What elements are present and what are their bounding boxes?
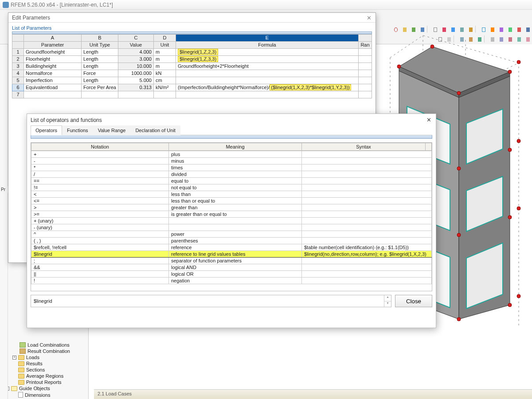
tab-operators[interactable]: Operators xyxy=(31,125,62,135)
table-row[interactable]: !=not equal to xyxy=(31,184,432,191)
table-row[interactable]: /divided xyxy=(31,171,432,178)
operators-dialog: List of operators and functions ✕ Operat… xyxy=(27,113,436,328)
app-icon xyxy=(3,2,9,8)
tree-item[interactable]: Printout Reports xyxy=(1,379,87,385)
tool-icon[interactable] xyxy=(522,35,530,43)
table-row[interactable]: +plus xyxy=(31,151,432,158)
section-title: List of Parameters xyxy=(12,25,372,31)
tool-icon[interactable] xyxy=(505,26,512,34)
tab-value-range[interactable]: Value Range xyxy=(93,125,131,135)
selected-function-text: $linegrid xyxy=(34,298,52,304)
folder-icon xyxy=(18,361,24,366)
ops-tabs: Operators Functions Value Range Declarat… xyxy=(31,125,432,135)
tool-icon[interactable] xyxy=(522,26,530,34)
table-row[interactable]: *times xyxy=(31,164,432,171)
table-row[interactable]: 4 Normalforce Force 1000.000 kN xyxy=(12,70,372,77)
tool-icon[interactable] xyxy=(487,35,495,43)
tree-item[interactable]: Average Regions xyxy=(1,373,87,379)
dialog-title: Edit Parameters xyxy=(12,15,50,21)
page-icon xyxy=(18,392,23,398)
tool-icon[interactable] xyxy=(478,26,486,34)
tab-decl-unit[interactable]: Declaration of Unit xyxy=(130,125,180,135)
table-row[interactable]: !negation xyxy=(31,278,432,284)
table-row[interactable]: ( , )parentheses xyxy=(31,238,432,244)
table-row[interactable]: ==equal to xyxy=(31,178,432,184)
tree-item[interactable]: +Loads xyxy=(1,354,87,360)
folder-icon xyxy=(11,386,17,391)
tool-icon[interactable] xyxy=(465,35,473,43)
tree-item[interactable]: −Guide Objects xyxy=(1,385,87,391)
table-row[interactable]: $linegridreference to line grid values t… xyxy=(31,251,432,258)
tree-item[interactable]: Dimensions xyxy=(1,391,87,398)
table-row[interactable]: 2 Floorheight Length 3.000 m $linegrid(1… xyxy=(12,56,372,63)
toolbar-row-1 xyxy=(388,25,532,35)
table-row[interactable]: -minus xyxy=(31,158,432,164)
tool-icon[interactable] xyxy=(456,26,464,34)
tool-icon[interactable] xyxy=(496,35,504,43)
folder-icon xyxy=(18,368,24,372)
main-titlebar: RFEM 5.26.00 x64 - [Linienraster-en, LC1… xyxy=(0,0,532,10)
table-row[interactable]: >greater than xyxy=(31,204,432,211)
close-icon[interactable]: ✕ xyxy=(365,14,373,22)
spin-down-icon[interactable]: ▼ xyxy=(384,301,391,307)
close-icon[interactable]: ✕ xyxy=(426,117,432,123)
expand-icon[interactable]: + xyxy=(12,356,16,360)
left-label: Pr xyxy=(1,187,5,192)
tree-item[interactable]: Result Combination xyxy=(1,348,87,354)
tree-item[interactable]: Results xyxy=(1,360,87,367)
table-row[interactable]: ^power xyxy=(31,231,432,238)
app-title: RFEM 5.26.00 x64 - [Linienraster-en, LC1… xyxy=(11,2,113,8)
table-row[interactable]: + (unary) xyxy=(31,218,432,224)
tree-item[interactable]: Sections xyxy=(1,367,87,373)
tool-icon[interactable] xyxy=(430,26,438,34)
table-row[interactable]: 5 Imperfection Length 5.000 cm xyxy=(12,77,372,84)
tool-icon[interactable] xyxy=(513,26,521,34)
toolbar-row-2 xyxy=(433,35,532,44)
table-row[interactable]: ;separator of function parameters xyxy=(31,258,432,264)
tool-icon[interactable] xyxy=(496,26,504,34)
tool-icon[interactable] xyxy=(390,26,398,34)
tool-icon[interactable] xyxy=(438,26,446,34)
tool-icon[interactable] xyxy=(434,35,442,43)
tool-icon[interactable] xyxy=(465,26,473,34)
dialog-titlebar[interactable]: Edit Parameters ✕ xyxy=(8,13,376,23)
table-row[interactable]: - (unary) xyxy=(31,224,432,231)
viewport-caption: 2.1 Load Cases xyxy=(94,389,532,399)
tree-item[interactable]: Load Combinations xyxy=(1,342,87,348)
table-row[interactable]: <=less than or equal to xyxy=(31,198,432,204)
table-row[interactable]: <less than xyxy=(31,191,432,198)
tool-icon[interactable] xyxy=(513,35,521,43)
tool-icon[interactable] xyxy=(447,26,455,34)
tool-icon[interactable] xyxy=(456,35,464,43)
table-row[interactable]: ||logical OR xyxy=(31,271,432,278)
operators-table[interactable]: Notation Meaning Syntax +plus-minus*time… xyxy=(31,142,432,291)
table-row[interactable]: $refcell, !refcellreference$table number… xyxy=(31,244,432,251)
ops-dialog-title: List of operators and functions xyxy=(31,117,102,123)
tool-icon[interactable] xyxy=(505,35,512,43)
selected-function-display[interactable]: $linegrid ▲ ▼ xyxy=(31,295,391,307)
table-row[interactable]: 3 Buildingheight Length 10.000 m Groundf… xyxy=(12,63,372,70)
tool-icon[interactable] xyxy=(474,35,482,43)
folder-icon xyxy=(18,380,24,385)
tool-icon[interactable] xyxy=(399,26,407,34)
tool-icon[interactable] xyxy=(417,26,425,34)
tool-icon[interactable] xyxy=(487,26,495,34)
table-row[interactable]: 6 Equivalentload Force Per Area 0.313 kN… xyxy=(12,84,372,91)
tab-functions[interactable]: Functions xyxy=(62,125,93,135)
parameters-table[interactable]: A B C D E Parameter Unit Type Value Unit… xyxy=(12,34,372,98)
close-button[interactable]: Close xyxy=(395,295,432,307)
folder-icon xyxy=(18,374,24,379)
loadcomb-icon xyxy=(20,342,26,348)
tool-icon[interactable] xyxy=(408,26,416,34)
tool-icon[interactable] xyxy=(443,35,451,43)
folder-icon xyxy=(18,355,24,360)
table-row[interactable]: >=is greater than or equal to xyxy=(31,211,432,218)
table-row[interactable]: 7 xyxy=(12,91,372,98)
resultcomb-icon xyxy=(20,348,26,354)
table-row[interactable]: &&logical AND xyxy=(31,264,432,271)
table-row[interactable]: 1 Groundfloorheight Length 4.000 m $line… xyxy=(12,49,372,56)
spin-up-icon[interactable]: ▲ xyxy=(384,295,391,301)
